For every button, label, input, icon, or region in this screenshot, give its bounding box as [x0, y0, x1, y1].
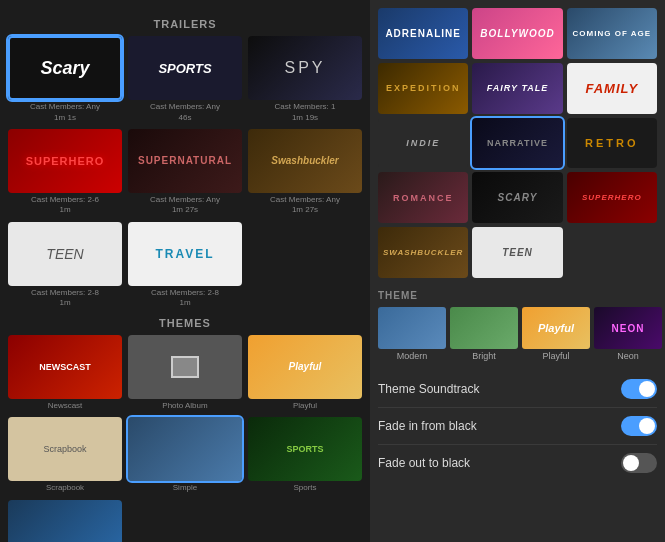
trailer-item-superhero[interactable]: SUPERHERO Cast Members: 2-61m — [8, 129, 122, 216]
theme-strip-label-playful: Playful — [522, 351, 590, 361]
theme-strip-thumb-neon[interactable]: NEON — [594, 307, 662, 349]
theme-thumb-simple[interactable] — [128, 417, 242, 481]
toggle-label-fadeout: Fade out to black — [378, 456, 470, 470]
right-panel: ADRENALINE Bollywood Coming Of Age EXPED… — [370, 0, 665, 542]
theme-label-newscast: Newscast — [8, 401, 122, 411]
trailer-item-teen[interactable]: TEEN Cast Members: 2-81m — [8, 222, 122, 309]
theme-strip-neon[interactable]: NEON Neon — [594, 307, 662, 361]
rt-superhero2[interactable]: SUPERHERO — [567, 172, 657, 223]
theme-label-sports2: Sports — [248, 483, 362, 493]
right-trailers-grid: ADRENALINE Bollywood Coming Of Age EXPED… — [370, 0, 665, 286]
toggle-switch-fadein[interactable] — [621, 416, 657, 436]
theme-label-scrapbook: Scrapbook — [8, 483, 122, 493]
theme-thumb-travel2[interactable] — [8, 500, 122, 542]
theme-thumb-newscast[interactable]: NEWSCAST — [8, 335, 122, 399]
trailer-item-travel[interactable]: TRAVEL Cast Members: 2-81m — [128, 222, 242, 309]
toggle-label-soundtrack: Theme Soundtrack — [378, 382, 479, 396]
trailer-thumb-swashbuckler[interactable]: Swashbuckler — [248, 129, 362, 193]
trailer-item-swashbuckler[interactable]: Swashbuckler Cast Members: Any1m 27s — [248, 129, 362, 216]
rt-swashbuckler2[interactable]: Swashbuckler — [378, 227, 468, 278]
toggle-row-soundtrack: Theme Soundtrack — [378, 371, 657, 408]
theme-item-playful[interactable]: Playful Playful — [248, 335, 362, 412]
rt-fairytale[interactable]: Fairy Tale — [472, 63, 562, 114]
rt-indie[interactable]: iNDiE — [378, 118, 468, 169]
theme-label-simple: Simple — [128, 483, 242, 493]
toggle-row-fadeout: Fade out to black — [378, 445, 657, 481]
rt-romance[interactable]: ROMANCE — [378, 172, 468, 223]
trailer-meta-supernatural: Cast Members: Any1m 27s — [128, 195, 242, 216]
trailer-item-sports[interactable]: SPORTS Cast Members: Any46s — [128, 36, 242, 123]
themes-grid: NEWSCAST Newscast Photo Album Playful Pl… — [8, 335, 362, 542]
toggle-label-fadein: Fade in from black — [378, 419, 477, 433]
theme-thumb-photoalbum[interactable] — [128, 335, 242, 399]
rt-teen2[interactable]: TEEN — [472, 227, 562, 278]
rt-bollywood[interactable]: Bollywood — [472, 8, 562, 59]
theme-item-simple[interactable]: Simple — [128, 417, 242, 494]
trailer-meta-scary: Cast Members: Any1m 1s — [8, 102, 122, 123]
theme-strip-label-modern: Modern — [378, 351, 446, 361]
trailer-thumb-travel[interactable]: TRAVEL — [128, 222, 242, 286]
theme-strip-playful[interactable]: Playful Playful — [522, 307, 590, 361]
theme-item-photoalbum[interactable]: Photo Album — [128, 335, 242, 412]
theme-strip-label-neon: Neon — [594, 351, 662, 361]
left-panel: TRAILERS Scary Cast Members: Any1m 1s SP… — [0, 0, 370, 542]
toggle-row-fadein: Fade in from black — [378, 408, 657, 445]
toggle-switch-soundtrack[interactable] — [621, 379, 657, 399]
theme-strip: Modern Bright Playful Playful NEON Neon — [370, 303, 665, 365]
theme-item-sports2[interactable]: SPORTS Sports — [248, 417, 362, 494]
theme-strip-thumb-modern[interactable] — [378, 307, 446, 349]
theme-label-photoalbum: Photo Album — [128, 401, 242, 411]
theme-label-playful: Playful — [248, 401, 362, 411]
trailers-header: TRAILERS — [8, 18, 362, 30]
trailer-meta-sports: Cast Members: Any46s — [128, 102, 242, 123]
trailer-thumb-sports[interactable]: SPORTS — [128, 36, 242, 100]
theme-strip-thumb-bright[interactable] — [450, 307, 518, 349]
trailer-meta-travel: Cast Members: 2-81m — [128, 288, 242, 309]
theme-thumb-playful[interactable]: Playful — [248, 335, 362, 399]
theme-strip-modern[interactable]: Modern — [378, 307, 446, 361]
trailer-thumb-teen[interactable]: TEEN — [8, 222, 122, 286]
trailer-meta-swashbuckler: Cast Members: Any1m 27s — [248, 195, 362, 216]
trailer-thumb-spy[interactable]: SPY — [248, 36, 362, 100]
rt-adrenaline[interactable]: ADRENALINE — [378, 8, 468, 59]
rt-narrative[interactable]: Narrative — [472, 118, 562, 169]
trailer-thumb-supernatural[interactable]: SUPERNATURAL — [128, 129, 242, 193]
trailer-item-scary[interactable]: Scary Cast Members: Any1m 1s — [8, 36, 122, 123]
rt-expedition[interactable]: EXPEDITION — [378, 63, 468, 114]
theme-item-travel2[interactable]: Travel — [8, 500, 122, 542]
theme-thumb-sports2[interactable]: SPORTS — [248, 417, 362, 481]
rt-family[interactable]: FAMILY — [567, 63, 657, 114]
trailer-meta-teen: Cast Members: 2-81m — [8, 288, 122, 309]
rt-retro[interactable]: RETRO — [567, 118, 657, 169]
theme-strip-label-bright: Bright — [450, 351, 518, 361]
theme-item-newscast[interactable]: NEWSCAST Newscast — [8, 335, 122, 412]
trailer-item-supernatural[interactable]: SUPERNATURAL Cast Members: Any1m 27s — [128, 129, 242, 216]
trailer-thumb-superhero[interactable]: SUPERHERO — [8, 129, 122, 193]
theme-thumb-scrapbook[interactable]: Scrapbook — [8, 417, 122, 481]
theme-item-scrapbook[interactable]: Scrapbook Scrapbook — [8, 417, 122, 494]
trailer-meta-superhero: Cast Members: 2-61m — [8, 195, 122, 216]
theme-strip-thumb-playful[interactable]: Playful — [522, 307, 590, 349]
trailer-thumb-scary[interactable]: Scary — [8, 36, 122, 100]
themes-header: THEMES — [8, 317, 362, 329]
toggle-switch-fadeout[interactable] — [621, 453, 657, 473]
trailer-item-spy[interactable]: SPY Cast Members: 11m 19s — [248, 36, 362, 123]
trailers-grid: Scary Cast Members: Any1m 1s SPORTS Cast… — [8, 36, 362, 309]
rt-comingofage[interactable]: Coming Of Age — [567, 8, 657, 59]
toggles-section: Theme Soundtrack Fade in from black Fade… — [370, 365, 665, 487]
theme-strip-bright[interactable]: Bright — [450, 307, 518, 361]
trailer-meta-spy: Cast Members: 11m 19s — [248, 102, 362, 123]
theme-section-header: THEME — [370, 286, 665, 303]
rt-scary2[interactable]: Scary — [472, 172, 562, 223]
